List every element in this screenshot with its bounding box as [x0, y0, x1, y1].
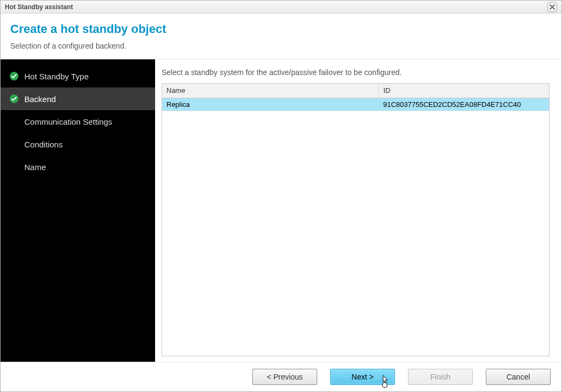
close-icon	[549, 4, 556, 10]
sidebar-item-communication-settings[interactable]: Communication Settings	[1, 110, 155, 133]
titlebar: Hot Standby assistant	[1, 1, 561, 13]
finish-button: Finish	[408, 369, 473, 385]
check-icon	[9, 94, 19, 104]
header: Create a hot standby object Selection of…	[1, 13, 561, 59]
table-header-row: Name ID	[162, 84, 549, 98]
cell-name: Replica	[162, 98, 379, 111]
next-button[interactable]: Next >	[330, 369, 395, 385]
sidebar-item-label: Communication Settings	[24, 117, 112, 126]
cursor-icon	[379, 374, 391, 390]
previous-button[interactable]: < Previous	[252, 369, 317, 385]
table-row[interactable]: Replica 91C8037755CED2CD52EA08FD4E71CC40	[162, 98, 549, 111]
page-subtitle: Selection of a configured backend.	[10, 42, 552, 50]
sidebar-item-backend[interactable]: Backend	[1, 87, 155, 110]
close-button[interactable]	[547, 2, 557, 12]
cancel-button[interactable]: Cancel	[486, 369, 551, 385]
instructions-text: Select a standby system for the active/p…	[162, 68, 550, 77]
sidebar-item-name[interactable]: Name	[1, 156, 155, 178]
column-header-name[interactable]: Name	[162, 84, 379, 98]
cell-id: 91C8037755CED2CD52EA08FD4E71CC40	[379, 98, 549, 111]
sidebar-item-label: Conditions	[24, 140, 63, 149]
sidebar-item-hot-standby-type[interactable]: Hot Standby Type	[1, 65, 155, 87]
page-title: Create a hot standby object	[10, 22, 552, 36]
systems-table-container: Name ID Replica 91C8037755CED2CD52EA08FD…	[162, 83, 550, 356]
sidebar-item-conditions[interactable]: Conditions	[1, 133, 155, 156]
systems-table: Name ID Replica 91C8037755CED2CD52EA08FD…	[162, 84, 549, 111]
check-icon	[9, 71, 19, 81]
wizard-sidebar: Hot Standby Type Backend Communication S…	[1, 59, 155, 362]
sidebar-item-label: Name	[24, 163, 46, 172]
window-title: Hot Standby assistant	[5, 3, 73, 11]
sidebar-item-label: Hot Standby Type	[24, 72, 89, 81]
content-panel: Select a standby system for the active/p…	[155, 59, 561, 362]
wizard-dialog: Hot Standby assistant Create a hot stand…	[0, 0, 562, 392]
footer: < Previous Next > Finish Cancel	[1, 362, 561, 391]
sidebar-item-label: Backend	[24, 94, 56, 104]
column-header-id[interactable]: ID	[379, 84, 549, 98]
body: Hot Standby Type Backend Communication S…	[1, 59, 561, 362]
